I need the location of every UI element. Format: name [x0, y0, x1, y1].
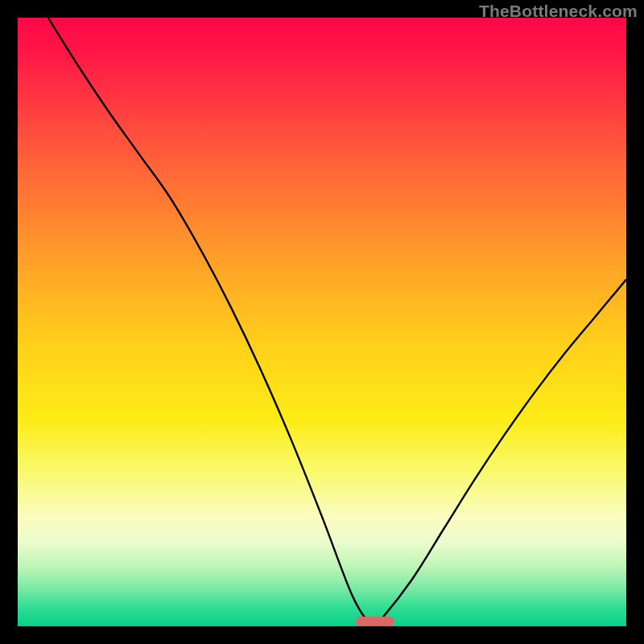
bottleneck-curve — [48, 18, 626, 624]
curve-svg — [18, 18, 626, 626]
optimal-marker — [356, 617, 394, 626]
chart-frame: TheBottleneck.com — [0, 0, 644, 644]
plot-area — [18, 18, 626, 626]
